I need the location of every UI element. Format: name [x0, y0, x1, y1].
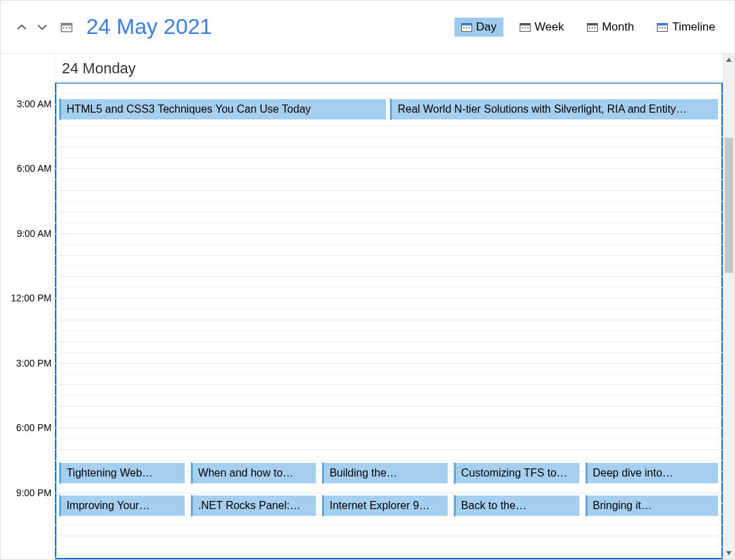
appointment[interactable]: .NET Rocks Panel:… [191, 495, 317, 517]
appointment[interactable]: Real World N-tier Solutions with Silverl… [390, 98, 719, 120]
appointment[interactable]: Tightening Web… [59, 462, 185, 484]
svg-rect-7 [463, 27, 465, 29]
view-tab-timeline[interactable]: Timeline [650, 18, 722, 37]
time-label: 9:00 PM [16, 487, 52, 498]
half-hour-line [55, 201, 723, 202]
appointment[interactable]: Building the… [322, 462, 448, 484]
view-tab-label: Day [476, 20, 497, 34]
half-hour-line [55, 374, 723, 375]
scroll-down-button[interactable] [723, 547, 734, 559]
calendar-icon [520, 22, 531, 32]
selection-border [55, 82, 723, 559]
appointment[interactable]: When and how to… [191, 462, 317, 484]
svg-rect-14 [527, 27, 528, 29]
appointment-title: Back to the… [461, 500, 526, 512]
view-tab-day[interactable]: Day [454, 18, 503, 37]
appointment[interactable]: Back to the… [454, 495, 580, 517]
appointment[interactable]: Bringing it… [586, 495, 719, 517]
hour-line [55, 212, 723, 212]
half-hour-line [55, 352, 723, 353]
half-hour-line [55, 417, 723, 417]
half-hour-line [55, 93, 723, 94]
vertical-scrollbar[interactable] [723, 54, 734, 559]
appointment-title: .NET Rocks Panel:… [198, 500, 301, 512]
hour-line [55, 147, 723, 147]
day-header: 24 Monday [55, 54, 723, 82]
appointment[interactable]: Deep dive into… [586, 462, 719, 484]
appointment[interactable]: Customizing TFS to… [454, 462, 580, 484]
svg-rect-13 [524, 27, 526, 29]
hour-line [55, 536, 723, 536]
svg-rect-6 [461, 23, 471, 25]
view-tab-month[interactable]: Month [580, 18, 641, 37]
hour-line [55, 384, 723, 385]
half-hour-line [55, 438, 723, 439]
appointment[interactable]: Internet Explorer 9… [322, 495, 448, 517]
triangle-down-icon [725, 550, 732, 556]
half-hour-line [55, 244, 723, 245]
hour-line [55, 363, 723, 364]
svg-rect-1 [61, 23, 72, 25]
chevron-down-icon [37, 22, 48, 33]
svg-rect-18 [592, 27, 593, 29]
svg-rect-9 [469, 27, 470, 29]
toolbar: 24 May 2021 DayWeekMonthTimeline [1, 1, 734, 54]
hour-line [55, 428, 723, 428]
half-hour-line [55, 136, 723, 137]
calendar-icon [461, 22, 472, 32]
svg-rect-2 [62, 27, 64, 29]
hour-line [55, 298, 723, 299]
hour-line [55, 126, 723, 126]
half-hour-line [55, 460, 723, 461]
half-hour-line [55, 309, 723, 310]
hour-line [55, 234, 723, 234]
appointment[interactable]: Improving Your… [59, 495, 185, 517]
calendar-icon [60, 21, 73, 33]
hour-line [55, 341, 723, 342]
appointment-title: Building the… [329, 467, 397, 479]
svg-rect-3 [66, 27, 67, 29]
time-label: 3:00 AM [17, 98, 52, 109]
hour-line [55, 168, 723, 169]
appointment-title: Real World N-tier Solutions with Silverl… [397, 103, 687, 115]
appointment[interactable]: HTML5 and CSS3 Techniques You Can Use To… [59, 98, 387, 120]
time-label: 3:00 PM [16, 358, 52, 369]
day-column[interactable]: 24 Monday HTML5 and CSS3 Techniques You … [55, 54, 723, 559]
half-hour-line [55, 265, 723, 266]
appointment-title: Improving Your… [67, 500, 150, 512]
view-tab-label: Timeline [672, 20, 715, 34]
svg-rect-11 [520, 23, 530, 25]
half-hour-line [55, 157, 723, 158]
next-button[interactable] [33, 18, 51, 36]
scroll-track[interactable] [723, 66, 734, 547]
svg-rect-23 [662, 27, 663, 29]
svg-rect-22 [659, 27, 660, 29]
appointment-title: Bringing it… [593, 500, 652, 512]
svg-rect-12 [522, 27, 523, 29]
appointment-title: When and how to… [198, 467, 294, 479]
hour-line [55, 557, 723, 558]
hour-line [55, 406, 723, 407]
calendar-picker-button[interactable] [60, 21, 73, 33]
prev-button[interactable] [13, 18, 31, 36]
appointment-title: Customizing TFS to… [461, 467, 567, 479]
view-tab-label: Month [602, 20, 634, 34]
calendar-icon [657, 22, 668, 32]
hour-line [55, 82, 723, 83]
half-hour-line [55, 525, 723, 525]
svg-rect-21 [658, 23, 668, 25]
half-hour-line [55, 546, 723, 547]
date-title: 24 May 2021 [86, 14, 212, 39]
grid-area[interactable]: HTML5 and CSS3 Techniques You Can Use To… [55, 82, 723, 559]
hour-line [55, 255, 723, 256]
view-tab-week[interactable]: Week [513, 18, 571, 37]
svg-rect-16 [588, 23, 598, 25]
view-tab-label: Week [535, 20, 564, 34]
hour-line [55, 449, 723, 450]
scroll-thumb[interactable] [725, 138, 733, 273]
scroll-up-button[interactable] [723, 54, 734, 66]
hour-line [55, 190, 723, 191]
svg-rect-24 [664, 27, 666, 29]
appointment-title: HTML5 and CSS3 Techniques You Can Use To… [67, 103, 311, 115]
svg-rect-19 [594, 27, 596, 29]
